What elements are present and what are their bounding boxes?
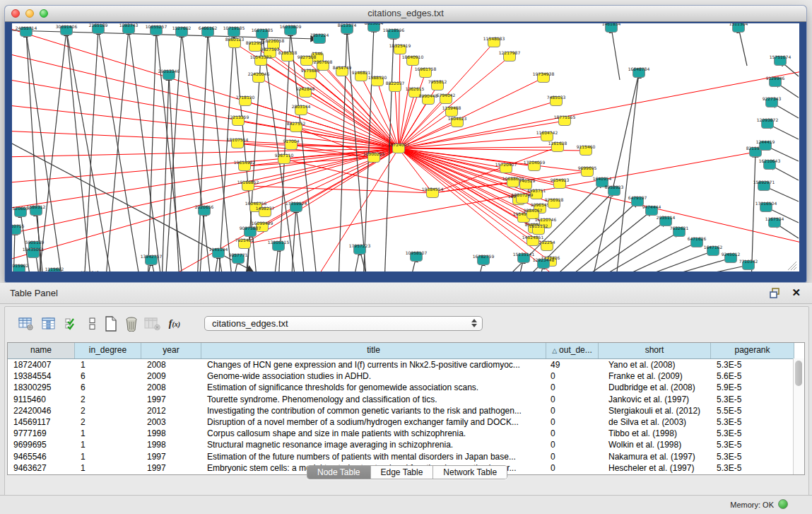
graph-node[interactable]: 9857771 bbox=[229, 252, 248, 264]
function-builder-icon[interactable]: f(x) bbox=[166, 315, 183, 332]
float-window-icon[interactable] bbox=[770, 288, 781, 298]
graph-node[interactable]: 10958107 bbox=[406, 250, 428, 262]
graph-node[interactable]: 30691406 bbox=[56, 24, 78, 35]
close-window-icon[interactable] bbox=[11, 9, 20, 18]
graph-node[interactable]: 8613574 bbox=[338, 23, 357, 34]
graph-node[interactable]: 7857224 bbox=[310, 33, 329, 44]
graph-node[interactable]: 1167534 bbox=[765, 216, 784, 228]
graph-node[interactable]: 16033809 bbox=[280, 24, 302, 35]
graph-node-selected[interactable]: 252254 bbox=[539, 240, 555, 251]
table-row[interactable]: 2242004622012Investigating the contribut… bbox=[8, 405, 804, 416]
graph-node-selected[interactable]: 10543382 bbox=[250, 54, 272, 66]
row-options-icon[interactable] bbox=[84, 315, 101, 332]
memory-status-indicator-icon[interactable] bbox=[778, 499, 788, 509]
graph-node-selected[interactable]: 9115460 bbox=[577, 144, 596, 156]
table-row[interactable]: 1872400712008Changes of HCN gene express… bbox=[8, 359, 804, 370]
graph-node[interactable]: 1093743 bbox=[119, 23, 139, 34]
table-row[interactable]: 911546021997Tourette syndrome. Phenomeno… bbox=[8, 394, 804, 405]
graph-node[interactable]: 12093872 bbox=[757, 117, 779, 129]
graph-node[interactable]: 15751074 bbox=[770, 54, 792, 66]
graph-node-selected[interactable]: 8660123 bbox=[225, 37, 245, 48]
table-selector[interactable]: citations_edges.txt bbox=[204, 316, 483, 331]
graph-node[interactable]: 16782759 bbox=[473, 254, 495, 265]
graph-node-selected[interactable]: 7485033 bbox=[547, 95, 566, 106]
graph-node[interactable]: 9227343 bbox=[763, 96, 782, 107]
vertical-scrollbar[interactable] bbox=[793, 358, 804, 474]
graph-node[interactable]: 1461834 bbox=[602, 23, 621, 33]
graph-node[interactable]: 15892971 bbox=[753, 180, 775, 191]
graph-node-selected[interactable]: 8990448 bbox=[419, 93, 438, 105]
tab-edge-table[interactable]: Edge Table bbox=[371, 466, 434, 479]
graph-node[interactable]: 19218596 bbox=[383, 28, 405, 39]
graph-node-selected[interactable]: 1588520 bbox=[368, 75, 387, 86]
graph-node-selected[interactable]: 7955812 bbox=[428, 79, 447, 90]
graph-node-selected[interactable]: 18107554 bbox=[227, 137, 249, 148]
minimize-window-icon[interactable] bbox=[25, 9, 34, 18]
graph-node[interactable]: 1511304 bbox=[729, 23, 748, 33]
graph-node[interactable]: 1115682 bbox=[45, 267, 64, 271]
new-table-icon[interactable] bbox=[102, 315, 119, 332]
network-canvas[interactable]: 1872400786601238912954182260589827503818… bbox=[12, 23, 799, 271]
graph-node[interactable]: 2165189 bbox=[89, 23, 108, 34]
graph-node-selected[interactable]: 9242848 bbox=[296, 86, 315, 98]
table-row[interactable]: 1456911722003Disruption of a novel membe… bbox=[8, 416, 804, 428]
zoom-window-icon[interactable] bbox=[40, 9, 48, 18]
network-window[interactable]: citations_edges.txt 18724007866012389129… bbox=[5, 6, 806, 282]
graph-node-selected[interactable]: 18640910 bbox=[402, 54, 424, 66]
tab-node-table[interactable]: Node Table bbox=[307, 466, 371, 479]
column-header-pagerank[interactable]: pagerank bbox=[711, 343, 794, 358]
graph-node-selected[interactable]: 6794042 bbox=[437, 93, 456, 104]
graph-node[interactable]: 16648784 bbox=[628, 66, 650, 78]
graph-node[interactable]: 7710342 bbox=[739, 259, 758, 270]
column-header-title[interactable]: title bbox=[201, 343, 546, 358]
scrollbar-thumb[interactable] bbox=[795, 361, 802, 386]
close-icon[interactable]: ✕ bbox=[792, 286, 801, 299]
graph-node[interactable]: 3915902 bbox=[12, 263, 29, 271]
graph-node[interactable]: 13505115 bbox=[268, 240, 290, 251]
graph-node-selected[interactable]: 8822037 bbox=[386, 81, 405, 92]
table-row[interactable]: 946554611997Estimation of the future num… bbox=[8, 451, 804, 462]
graph-node-selected[interactable]: 917004 bbox=[283, 139, 300, 150]
graph-node-selected[interactable]: 15720407 bbox=[495, 162, 517, 173]
graph-node[interactable]: 8813054 bbox=[365, 23, 384, 32]
graph-node-selected[interactable]: 18775165 bbox=[554, 115, 576, 126]
graph-node-selected[interactable]: 12213359 bbox=[228, 115, 249, 126]
graph-node[interactable]: 10655257 bbox=[146, 24, 167, 35]
column-header-name[interactable]: name bbox=[8, 343, 75, 358]
graph-node-selected[interactable]: 9175685 bbox=[301, 68, 320, 79]
column-header-year[interactable]: year bbox=[141, 343, 201, 358]
column-header-out_degree[interactable]: △out_de... bbox=[546, 343, 599, 358]
table-row[interactable]: 1830029562008Estimation of significance … bbox=[8, 382, 804, 393]
graph-node[interactable]: 9210843 bbox=[81, 270, 100, 271]
graph-node[interactable]: 2935114 bbox=[657, 215, 676, 226]
graph-node[interactable]: 9129946 bbox=[766, 76, 785, 87]
graph-node-selected[interactable]: 19734938 bbox=[533, 71, 555, 83]
table-row[interactable]: 977716911998Corpus callosum shape and si… bbox=[8, 428, 804, 439]
graph-node[interactable]: 17957223 bbox=[349, 243, 371, 255]
table-settings-icon[interactable] bbox=[18, 315, 35, 332]
graph-node-selected[interactable]: 11548083 bbox=[483, 36, 505, 47]
graph-node[interactable]: 7632621 bbox=[670, 226, 689, 237]
graph-node[interactable]: 17016504 bbox=[755, 201, 777, 212]
graph-node[interactable]: 2020656 bbox=[195, 204, 214, 216]
graph-node-selected[interactable]: 22420046 bbox=[248, 71, 270, 83]
column-header-in_degree[interactable]: in_degree bbox=[75, 343, 141, 358]
graph-node-selected[interactable]: 9654923 bbox=[551, 177, 570, 189]
graph-node-selected[interactable]: 8186328 bbox=[278, 50, 298, 62]
graph-node[interactable]: 16210643 bbox=[759, 158, 781, 170]
graph-node[interactable]: 9474444 bbox=[642, 204, 661, 216]
graph-node[interactable]: 6466162 bbox=[199, 25, 218, 37]
graph-node-selected[interactable]: 11604742 bbox=[536, 130, 558, 141]
graph-node[interactable]: 9245012 bbox=[722, 252, 741, 263]
graph-node-selected[interactable]: 8454749 bbox=[333, 65, 352, 76]
resize-grip[interactable] bbox=[788, 262, 796, 270]
graph-node-selected[interactable]: 18325419 bbox=[389, 43, 411, 54]
graph-node-selected[interactable]: 12217987 bbox=[499, 50, 521, 62]
select-all-icon[interactable] bbox=[63, 315, 80, 332]
table-row[interactable]: 1938455462009Genome-wide association stu… bbox=[8, 370, 804, 382]
graph-node-selected[interactable]: 16961758 bbox=[415, 66, 437, 78]
graph-node[interactable]: 1647162 bbox=[704, 245, 723, 256]
network-window-titlebar[interactable]: citations_edges.txt bbox=[5, 6, 806, 22]
table-row[interactable]: 969969511998Structural magnetic resonanc… bbox=[8, 439, 804, 450]
graph-node-selected[interactable]: 2718120 bbox=[236, 95, 255, 106]
